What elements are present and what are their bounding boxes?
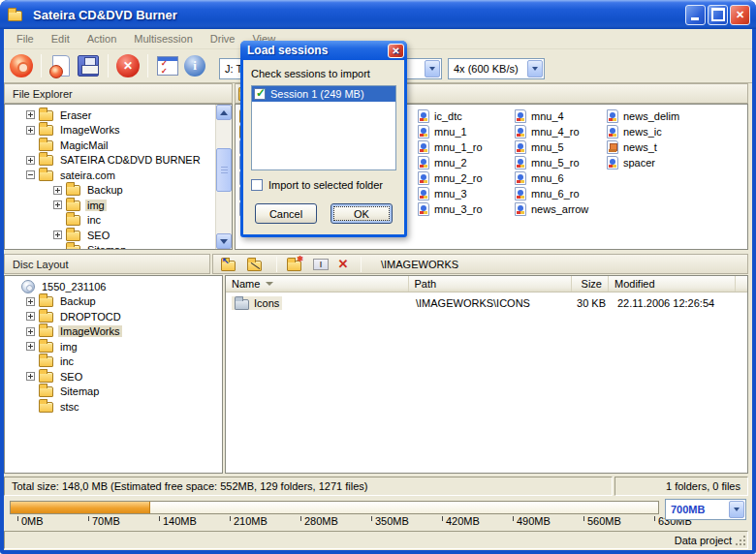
file-item[interactable]: mnu_6	[515, 170, 588, 186]
file-item[interactable]: news_delim	[607, 108, 679, 124]
file-item[interactable]: spacer	[607, 155, 679, 170]
chevron-down-icon[interactable]	[527, 60, 543, 77]
expander-icon[interactable]	[26, 170, 35, 179]
file-item[interactable]: mnu_3	[418, 186, 483, 201]
burn-disc-button[interactable]	[8, 52, 35, 79]
chevron-down-icon[interactable]	[425, 60, 440, 77]
toolbar-separator	[41, 54, 42, 77]
scrollbar[interactable]	[215, 105, 232, 249]
file-item[interactable]: news_t	[607, 139, 679, 155]
ok-button[interactable]: OK	[331, 203, 393, 224]
menu-item[interactable]: Multisession	[125, 30, 202, 47]
column-header-name[interactable]: Name	[226, 276, 409, 292]
tree-item[interactable]: Sitemap	[5, 243, 215, 251]
tree-item-label: SATEIRA CD&DVD BURNER	[58, 154, 203, 166]
scrollbar-thumb[interactable]	[216, 148, 232, 192]
tree-item[interactable]: MagicMail	[5, 138, 215, 153]
browse-folder-icon[interactable]	[247, 261, 262, 271]
expander-icon[interactable]	[53, 231, 62, 239]
tree-item[interactable]: DROPTOCD	[5, 309, 222, 324]
session-item[interactable]: Session 1 (249 MB)	[252, 86, 395, 102]
tree-item[interactable]: ImageWorks	[5, 123, 215, 138]
dialog-body: Check sessions to import Session 1 (249 …	[243, 60, 404, 234]
tree-item[interactable]: sateira.com	[5, 168, 215, 183]
sessions-listbox[interactable]: Session 1 (249 MB)	[251, 85, 396, 170]
expander-icon[interactable]	[26, 110, 35, 119]
file-item[interactable]: mnu_1_ro	[418, 139, 483, 155]
expander-icon[interactable]	[26, 312, 35, 321]
checked-checkbox-icon[interactable]	[254, 88, 266, 100]
menu-item[interactable]: Drive	[202, 30, 244, 47]
tree-item[interactable]: SEO	[5, 228, 215, 243]
menu-item[interactable]: File	[8, 30, 43, 47]
tree-item[interactable]: Eraser	[5, 108, 215, 123]
folder-up-icon[interactable]	[221, 261, 236, 271]
rename-icon[interactable]	[313, 259, 329, 270]
tree-item[interactable]: Backup	[5, 294, 222, 310]
row-size: 30 KB	[575, 297, 612, 309]
status-selection: 1 folders, 0 files	[614, 477, 748, 496]
chevron-down-icon[interactable]	[729, 501, 744, 518]
maximize-button[interactable]	[708, 5, 728, 25]
drive-info-button[interactable]	[181, 52, 208, 79]
column-header-modified[interactable]: Modified	[609, 276, 736, 292]
file-item[interactable]: mnu_4_ro	[515, 124, 588, 139]
new-folder-icon[interactable]	[287, 261, 301, 271]
tree-item[interactable]: img	[5, 198, 215, 213]
file-column: news_delim news_ic news_t spacer	[607, 108, 679, 170]
file-item[interactable]: mnu_2_ro	[418, 170, 483, 186]
menu-item[interactable]: Edit	[43, 30, 79, 47]
file-item[interactable]: mnu_5_ro	[515, 155, 588, 170]
expander-icon[interactable]	[26, 297, 35, 306]
file-item[interactable]: mnu_6_ro	[515, 186, 588, 201]
scale-label: 350MB	[371, 515, 442, 529]
delete-icon[interactable]	[335, 258, 351, 271]
expander-icon[interactable]	[53, 200, 62, 209]
file-item[interactable]: news_arrow	[515, 201, 588, 217]
file-item[interactable]: news_ic	[607, 124, 679, 139]
tree-item[interactable]: Sitemap	[5, 385, 222, 400]
tree-node-icon	[39, 402, 53, 413]
tree-node-icon	[39, 372, 53, 383]
file-item[interactable]: mnu_4	[515, 108, 588, 124]
create-image-button[interactable]	[47, 52, 75, 79]
menu-item[interactable]: Action	[79, 30, 126, 47]
speed-select[interactable]: 4x (600 KB/s)	[448, 58, 545, 79]
scroll-up-icon[interactable]	[216, 105, 232, 120]
tree-item[interactable]: stsc	[5, 399, 222, 415]
expander-icon[interactable]	[53, 186, 62, 195]
tree-item[interactable]: img	[5, 339, 222, 354]
resize-grip[interactable]	[735, 535, 745, 545]
column-header-path[interactable]: Path	[409, 276, 573, 292]
abort-button[interactable]	[114, 52, 142, 79]
cancel-button[interactable]: Cancel	[255, 203, 317, 224]
tree-item[interactable]: 1550_231106	[5, 279, 222, 294]
save-project-button[interactable]	[75, 52, 102, 79]
close-button[interactable]	[730, 5, 750, 25]
expander-icon[interactable]	[26, 342, 35, 351]
dialog-title-bar[interactable]: Load sessions ✕	[240, 41, 407, 60]
dialog-close-icon[interactable]: ✕	[388, 44, 404, 58]
expander-icon[interactable]	[26, 126, 35, 135]
tree-item[interactable]: inc	[5, 213, 215, 229]
minimize-button[interactable]	[685, 5, 706, 25]
expander-icon[interactable]	[26, 156, 35, 165]
file-item[interactable]: mnu_1	[418, 124, 483, 139]
disc-size-select[interactable]: 700MB	[665, 499, 746, 520]
expander-icon[interactable]	[26, 372, 35, 381]
table-row[interactable]: Icons \IMAGEWORKS\ICONS 30 KB 22.11.2006…	[226, 294, 747, 311]
unchecked-checkbox-icon[interactable]	[251, 179, 263, 191]
tree-item[interactable]: SEO	[5, 369, 222, 385]
file-item[interactable]: mnu_2	[418, 155, 483, 170]
tree-item[interactable]: Backup	[5, 183, 215, 199]
tree-item[interactable]: inc	[5, 354, 222, 370]
tree-item[interactable]: SATEIRA CD&DVD BURNER	[5, 153, 215, 169]
file-item[interactable]: mnu_5	[515, 139, 588, 155]
expander-icon[interactable]	[26, 327, 35, 336]
column-header-size[interactable]: Size	[572, 276, 609, 292]
tree-item[interactable]: ImageWorks	[5, 324, 222, 340]
file-item[interactable]: mnu_3_ro	[418, 201, 483, 217]
scroll-down-icon[interactable]	[216, 233, 232, 249]
file-item[interactable]: ic_dtc	[418, 108, 483, 124]
burn-options-button[interactable]	[154, 52, 181, 79]
